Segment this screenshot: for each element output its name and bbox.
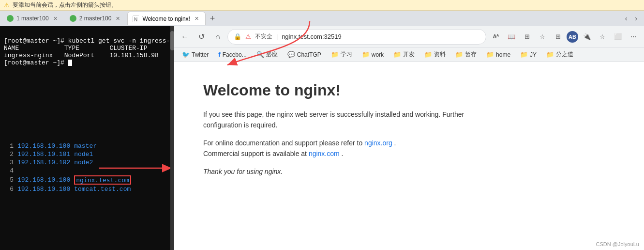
svg-text:N: N: [134, 17, 137, 22]
folder-icon: 📁: [546, 51, 554, 58]
bookmark-folder-temp[interactable]: 📁 暂存: [451, 49, 480, 60]
nginx-paragraph-1: If you see this page, the nginx web serv…: [203, 109, 494, 131]
tab-label: 1 master100: [16, 15, 49, 22]
bookmark-folder-home[interactable]: 📁 home: [482, 50, 514, 59]
folder-icon: 📁: [424, 51, 432, 58]
bookmark-facebook[interactable]: f Facebo...: [214, 50, 250, 59]
tab-overview-btn[interactable]: ⊞: [520, 30, 534, 44]
bookmark-chatgtp[interactable]: 💬 ChatTGP: [284, 50, 325, 59]
chat-icon: 💬: [287, 51, 295, 58]
nginx-test-com-highlight: nginx.test.com: [74, 175, 131, 185]
screenshot-btn[interactable]: ⬜: [611, 30, 625, 44]
bookmark-folder-work[interactable]: 📁 work: [358, 50, 388, 59]
nginx-paragraph-2: For online documentation and support ple…: [203, 138, 494, 159]
folder-icon: 📁: [520, 51, 528, 58]
tab-prev-btn[interactable]: ‹: [622, 14, 630, 23]
favorites-star-btn[interactable]: ☆: [596, 30, 609, 44]
read-mode-btn[interactable]: 📖: [505, 30, 518, 44]
bookmark-folder-fzd[interactable]: 📁 分之道: [542, 49, 577, 60]
folder-label: JY: [530, 51, 537, 58]
host-list-row: 4: [4, 167, 170, 175]
terminal-panel: [root@master ~]# kubectl get svc -n ingr…: [0, 26, 174, 250]
settings-btn[interactable]: ⋯: [627, 30, 640, 44]
home-button[interactable]: ⌂: [211, 30, 225, 44]
folder-label: 暂存: [465, 50, 477, 59]
insecure-label: 不安全: [255, 32, 272, 41]
folder-label: 学习: [341, 50, 352, 59]
notification-text: 要添加当前会话，点击左侧的箭头按钮。: [13, 1, 117, 9]
new-tab-button[interactable]: +: [206, 12, 219, 25]
browser-action-buttons: A‍ᴬ 📖 ⊞ ☆ ⊞ AB 🔌 ☆ ⬜ ⋯: [489, 30, 640, 44]
translate-btn[interactable]: A‍ᴬ: [489, 30, 503, 44]
facebook-icon: f: [218, 51, 220, 58]
nginx-com-link[interactable]: nginx.com: [309, 150, 340, 157]
back-button[interactable]: ←: [178, 30, 192, 44]
folder-icon: 📁: [393, 51, 401, 58]
bookmark-bing[interactable]: 🔍 必应: [253, 49, 282, 60]
host-list-row: 1 192.168.10.100 master: [4, 142, 170, 150]
tab-favicon: [7, 15, 14, 22]
terminal-line-4: [root@master ~]#: [4, 59, 72, 66]
nginx-paragraph-3: Thank you for using nginx.: [203, 166, 494, 177]
nginx-page-body: If you see this page, the nginx web serv…: [203, 109, 494, 177]
folder-icon: 📁: [331, 51, 339, 58]
tab-master2[interactable]: 2 master100 ✕: [65, 12, 127, 25]
terminal-scrollbar[interactable]: [170, 26, 174, 250]
host-list-row-nginx: 5 192.168.10.100 nginx.test.com: [4, 175, 170, 185]
terminal-line-2: NAME TYPE CLUSTER-IP EXTERNAL-IP PORT(S)…: [4, 45, 174, 52]
collections-btn[interactable]: ⊞: [551, 30, 565, 44]
nginx-p2-prefix: For online documentation and support ple…: [203, 139, 364, 147]
host-list-row: 2 192.168.10.101 node1: [4, 150, 170, 158]
tab-bar: 1 master100 ✕ 2 master100 ✕ N Welcome to…: [0, 11, 644, 26]
security-warning-icon: ⚠: [245, 33, 251, 40]
browser-panel: ← ↺ ⌂ 🔒 ⚠ 不安全 | nginx.test.com:32519 A‍ᴬ…: [174, 26, 644, 250]
nginx-org-link[interactable]: nginx.org: [364, 139, 392, 147]
bookmark-label: Facebo...: [223, 51, 247, 58]
tab-favicon: [70, 15, 76, 22]
terminal-content: [root@master ~]# kubectl get svc -n ingr…: [0, 26, 174, 138]
bookmark-folder-jy[interactable]: 📁 JY: [516, 50, 540, 59]
folder-icon: 📁: [455, 51, 463, 58]
folder-label: 开发: [403, 50, 415, 59]
notification-bar: ⚠ 要添加当前会话，点击左侧的箭头按钮。: [0, 0, 644, 11]
tab-next-btn[interactable]: ›: [632, 14, 640, 23]
address-bar[interactable]: 🔒 ⚠ 不安全 | nginx.test.com:32519: [227, 29, 486, 45]
folder-label: 资料: [434, 50, 446, 59]
tab-close-btn[interactable]: ✕: [193, 15, 200, 22]
favorites-btn[interactable]: ☆: [536, 30, 549, 44]
host-list: 1 192.168.10.100 master 2 192.168.10.101…: [0, 138, 174, 250]
tab-nginx[interactable]: N Welcome to nginx! ✕: [127, 12, 206, 25]
bookmark-folder-study[interactable]: 📁 学习: [327, 49, 356, 60]
bookmark-folder-dev[interactable]: 📁 开发: [389, 49, 419, 60]
bookmarks-bar: 🐦 Twitter f Facebo... 🔍 必应 💬 ChatTGP 📁 学…: [174, 47, 644, 62]
bookmark-folder-docs[interactable]: 📁 资料: [420, 49, 449, 60]
host-list-row: 3 192.168.10.102 node2: [4, 158, 170, 167]
bookmark-label: 必应: [266, 50, 278, 59]
terminal-line-1: [root@master ~]# kubectl get svc -n ingr…: [4, 37, 174, 45]
folder-icon: 📁: [362, 51, 370, 58]
main-layout: [root@master ~]# kubectl get svc -n ingr…: [0, 26, 644, 250]
url-separator: |: [276, 33, 278, 40]
host-list-row: 6 192.168.10.100 tomcat.test.com: [4, 185, 170, 193]
bing-icon: 🔍: [256, 51, 264, 58]
browser-content: Welcome to nginx! If you see this page, …: [174, 62, 644, 250]
nginx-page-title: Welcome to nginx!: [203, 81, 615, 99]
browser-toolbar: ← ↺ ⌂ 🔒 ⚠ 不安全 | nginx.test.com:32519 A‍ᴬ…: [174, 26, 644, 47]
folder-icon: 📁: [486, 51, 494, 58]
tab-label: 2 master100: [79, 15, 112, 22]
bookmark-twitter[interactable]: 🐦 Twitter: [178, 50, 212, 59]
tab-master1[interactable]: 1 master100 ✕: [2, 12, 64, 25]
bookmark-label: ChatTGP: [297, 51, 321, 58]
refresh-button[interactable]: ↺: [195, 30, 208, 44]
folder-label: 分之道: [556, 50, 573, 59]
tab-close-btn[interactable]: ✕: [114, 15, 121, 22]
bookmark-label: Twitter: [192, 51, 209, 58]
tab-close-btn[interactable]: ✕: [52, 15, 59, 22]
warning-icon: ⚠: [4, 1, 10, 9]
url-text: nginx.test.com:32519: [282, 33, 480, 40]
extensions-btn[interactable]: 🔌: [580, 30, 594, 44]
nginx-p2-suffix: .: [342, 150, 344, 157]
folder-label: home: [496, 51, 510, 58]
tab-label: Welcome to nginx!: [142, 16, 190, 22]
edge-icon[interactable]: AB: [567, 31, 578, 43]
